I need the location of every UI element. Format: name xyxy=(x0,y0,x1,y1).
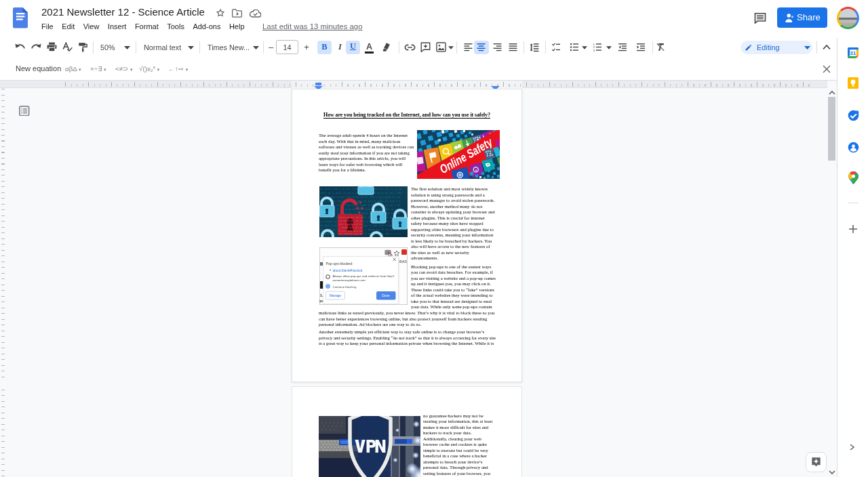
svg-text:Pop-ups blocked:: Pop-ups blocked: xyxy=(326,262,353,266)
svg-text:3: 3 xyxy=(593,49,595,51)
svg-text:011 0 100 110 01: 011 0 100 110 01 xyxy=(339,223,363,226)
svg-text:BAS: BAS xyxy=(399,260,407,264)
svg-text:asmarterwaytolearn.com: asmarterwaytolearn.com xyxy=(333,278,366,282)
svg-text:1 0010 011 01 10: 1 0010 011 01 10 xyxy=(339,226,363,229)
svg-text:Continue blocking: Continue blocking xyxy=(333,285,357,289)
svg-text:Always allow pop-ups and redir: Always allow pop-ups and redirects from … xyxy=(333,274,395,278)
svg-text:about:blank#blocked: about:blank#blocked xyxy=(333,269,363,272)
svg-text:Done: Done xyxy=(382,294,390,297)
svg-text:10 0110 01 10 11: 10 0110 01 10 11 xyxy=(339,220,363,222)
svg-text:31: 31 xyxy=(850,50,856,56)
svg-text:Manage: Manage xyxy=(330,294,342,297)
svg-text:0110 10 01 101 0: 0110 10 01 101 0 xyxy=(339,216,363,219)
svg-text:0 110 1001 0 011 010 0110 10 0: 0 110 1001 0 011 010 0110 10 01 100 1 01… xyxy=(320,196,401,199)
svg-text:10 110 01 011 10: 10 110 01 011 10 xyxy=(339,232,363,235)
